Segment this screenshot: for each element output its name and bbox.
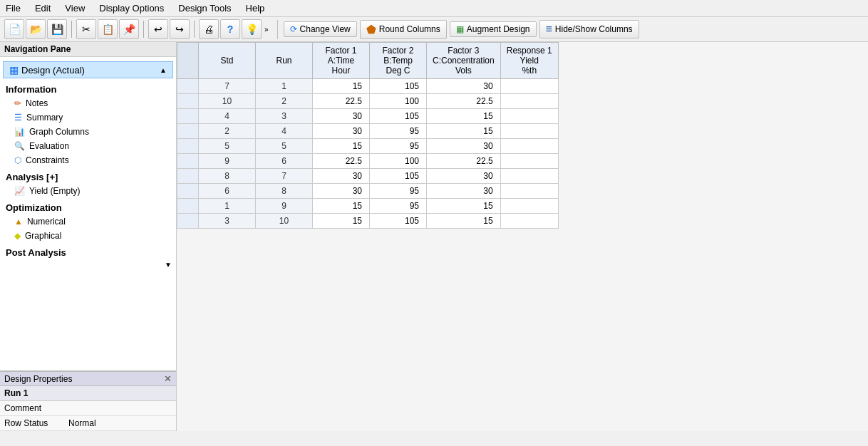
cell-factor2[interactable]: 105 (370, 169, 427, 184)
cell-factor1[interactable]: 22.5 (313, 94, 370, 109)
table-row[interactable]: 873010530 (177, 169, 559, 184)
nav-section-analysis: Analysis [+] (0, 167, 176, 184)
nav-item-graph-columns[interactable]: 📊 Graph Columns (0, 125, 176, 139)
nav-item-numerical[interactable]: ▲ Numerical (0, 214, 176, 229)
nav-item-summary[interactable]: ☰ Summary (0, 110, 176, 125)
design-props-section: Run 1 (0, 386, 176, 401)
notes-label: Notes (26, 98, 48, 108)
tip-button[interactable]: 💡 (242, 19, 262, 39)
menu-edit[interactable]: Edit (32, 1, 53, 15)
numerical-label: Numerical (27, 217, 66, 227)
cell-response1[interactable] (500, 199, 558, 214)
cell-response1[interactable] (500, 79, 558, 94)
table-row[interactable]: 433010515 (177, 109, 559, 124)
nav-item-yield[interactable]: 📈 Yield (Empty) (0, 184, 176, 198)
nav-item-constraints[interactable]: ⬡ Constraints (0, 153, 176, 167)
table-row[interactable]: 711510530 (177, 79, 559, 94)
cell-factor1[interactable]: 22.5 (313, 154, 370, 169)
menu-help[interactable]: Help (243, 1, 268, 15)
nav-item-evaluation[interactable]: 🔍 Evaluation (0, 139, 176, 153)
cell-factor2[interactable]: 95 (370, 139, 427, 154)
menu-view[interactable]: View (62, 1, 88, 15)
new-button[interactable]: 📄 (4, 19, 24, 39)
scroll-down-icon[interactable]: ▼ (165, 261, 172, 269)
menu-design-tools[interactable]: Design Tools (175, 1, 234, 15)
cell-factor1[interactable]: 30 (313, 169, 370, 184)
cell-factor1[interactable]: 15 (313, 214, 370, 229)
cell-factor3[interactable]: 30 (427, 184, 501, 199)
cell-factor2[interactable]: 100 (370, 154, 427, 169)
change-view-button[interactable]: ⟳ Change View (284, 21, 357, 37)
cell-factor2[interactable]: 100 (370, 94, 427, 109)
cell-response1[interactable] (500, 94, 558, 109)
cell-factor3[interactable]: 15 (427, 199, 501, 214)
cell-run: 1 (256, 79, 313, 94)
augment-design-button[interactable]: ▦ Augment Design (450, 21, 537, 37)
cut-button[interactable]: ✂ (76, 19, 96, 39)
cell-factor2[interactable]: 105 (370, 214, 427, 229)
cell-std: 4 (199, 109, 256, 124)
cell-response1[interactable] (500, 169, 558, 184)
table-row[interactable]: 9622.510022.5 (177, 154, 559, 169)
cell-run: 3 (256, 109, 313, 124)
menu-file[interactable]: File (3, 1, 24, 15)
cell-factor1[interactable]: 30 (313, 184, 370, 199)
cell-factor2[interactable]: 105 (370, 109, 427, 124)
round-columns-button[interactable]: ⬟ Round Columns (360, 20, 447, 39)
cell-std: 8 (199, 169, 256, 184)
cell-factor3[interactable]: 15 (427, 214, 501, 229)
nav-item-notes[interactable]: ✏ Notes (0, 96, 176, 110)
design-props-close-button[interactable]: ✕ (164, 373, 172, 384)
redo-button[interactable]: ↪ (170, 19, 190, 39)
nav-active-design[interactable]: ▦ Design (Actual) ▲ (3, 61, 173, 78)
print-button[interactable]: 🖨 (199, 19, 219, 39)
col-header-factor1: Factor 1A:TimeHour (313, 43, 370, 79)
cell-factor3[interactable]: 15 (427, 124, 501, 139)
cell-factor1[interactable]: 15 (313, 79, 370, 94)
cell-factor2[interactable]: 95 (370, 199, 427, 214)
cell-factor3[interactable]: 30 (427, 79, 501, 94)
table-row[interactable]: 3101510515 (177, 214, 559, 229)
paste-button[interactable]: 📌 (119, 19, 139, 39)
cell-run: 8 (256, 184, 313, 199)
table-row[interactable]: 19159515 (177, 199, 559, 214)
comment-value[interactable] (64, 401, 176, 416)
save-button[interactable]: 💾 (47, 19, 67, 39)
cell-response1[interactable] (500, 214, 558, 229)
cell-factor2[interactable]: 105 (370, 79, 427, 94)
cell-factor3[interactable]: 15 (427, 109, 501, 124)
pencil-icon: ✏ (14, 98, 21, 108)
cell-response1[interactable] (500, 139, 558, 154)
cell-factor3[interactable]: 22.5 (427, 94, 501, 109)
cell-factor3[interactable]: 30 (427, 169, 501, 184)
undo-button[interactable]: ↩ (148, 19, 168, 39)
copy-button[interactable]: 📋 (98, 19, 118, 39)
cell-factor2[interactable]: 95 (370, 124, 427, 139)
cell-factor3[interactable]: 22.5 (427, 154, 501, 169)
open-button[interactable]: 📂 (26, 19, 46, 39)
table-row[interactable]: 55159530 (177, 139, 559, 154)
table-row[interactable]: 10222.510022.5 (177, 94, 559, 109)
cell-response1[interactable] (500, 184, 558, 199)
design-props-title: Design Properties ✕ (0, 371, 176, 386)
table-icon: ▦ (9, 64, 19, 76)
cell-factor1[interactable]: 15 (313, 139, 370, 154)
nav-pane-body: ▦ Design (Actual) ▲ Information ✏ Notes … (0, 57, 176, 370)
hide-show-columns-button[interactable]: ≡ Hide/Show Columns (539, 20, 639, 38)
scroll-up-icon[interactable]: ▲ (160, 66, 167, 74)
cell-factor2[interactable]: 95 (370, 184, 427, 199)
help-button[interactable]: ? (220, 19, 240, 39)
toolbar-expand-icon[interactable]: » (264, 26, 269, 33)
nav-item-graphical[interactable]: ◆ Graphical (0, 229, 176, 243)
cell-factor1[interactable]: 30 (313, 124, 370, 139)
table-row[interactable]: 68309530 (177, 184, 559, 199)
menu-display-options[interactable]: Display Options (96, 1, 167, 15)
table-row[interactable]: 24309515 (177, 124, 559, 139)
cell-response1[interactable] (500, 124, 558, 139)
cell-factor3[interactable]: 30 (427, 139, 501, 154)
cell-factor1[interactable]: 30 (313, 109, 370, 124)
yield-icon: 📈 (14, 186, 25, 196)
cell-response1[interactable] (500, 154, 558, 169)
cell-factor1[interactable]: 15 (313, 199, 370, 214)
cell-response1[interactable] (500, 109, 558, 124)
